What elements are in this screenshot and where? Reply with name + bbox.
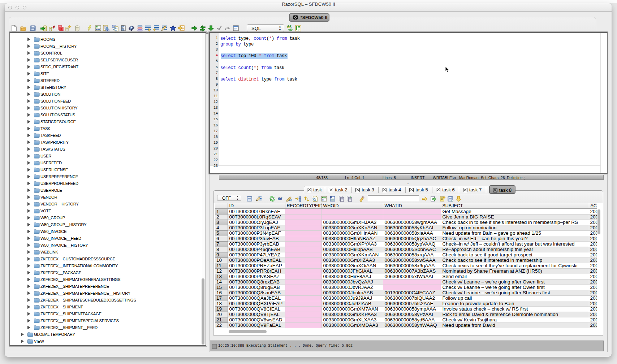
svg-text:66: 66	[278, 196, 282, 201]
